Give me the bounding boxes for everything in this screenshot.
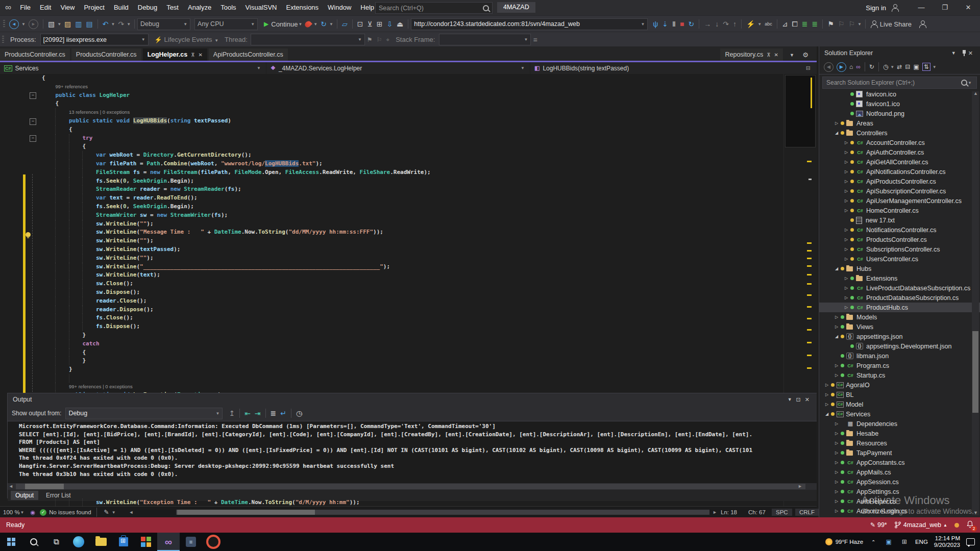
tree-item-Services[interactable]: ◢C#Services [819,409,980,419]
expand-icon[interactable]: ▷ [825,402,830,407]
pin-tab-icon[interactable]: ⊼ [767,52,770,58]
close-button[interactable]: ✕ [957,0,980,15]
branch-compare-icon[interactable]: ψ [653,20,658,28]
tree-item-appsettings.json[interactable]: ◢{}appsettings.json [819,332,980,341]
expand-icon[interactable]: ▷ [835,121,840,126]
tree-item-Models[interactable]: ▷Models [819,312,980,322]
tray-expand-icon[interactable]: ⌃ [871,539,875,545]
expand-icon[interactable]: ▷ [835,441,840,445]
hscroll-left-icon[interactable]: ◄ [129,510,134,515]
breadcrumb-project-dropdown[interactable]: C# Services▼ [0,62,266,74]
tree-item-ProductHub.cs[interactable]: ▷C#ProductHub.cs [819,303,980,312]
health-indicator-icon[interactable]: ◉ [31,509,36,516]
visual-studio-icon[interactable]: ∞ [157,533,180,551]
tree-item-SubscriptionsController.cs[interactable]: ▷C#SubscriptionsController.cs [819,244,980,254]
tree-item-TapPayment[interactable]: ▷TapPayment [819,448,980,458]
platform-dropdown[interactable]: Any CPU▼ [194,18,258,30]
menu-project[interactable]: Project [79,0,109,15]
expand-icon[interactable]: ▷ [835,363,840,368]
close-tab-icon[interactable]: ✕ [774,52,778,58]
menu-analyze[interactable]: Analyze [183,0,216,15]
scroll-right-icon[interactable]: ► [798,483,802,490]
tree-item-AppSettings.cs[interactable]: ▷C#AppSettings.cs [819,487,980,496]
collapse-icon[interactable]: ◢ [835,334,840,339]
word-wrap-icon[interactable]: ↵ [280,409,286,417]
se-compare-icon[interactable]: ⇄ [897,63,902,70]
url-combobox[interactable]: http://condor1243.startdedicated.com:81/… [411,18,648,30]
step-over-icon[interactable]: → [704,20,711,28]
menu-test[interactable]: Test [162,0,183,15]
find-in-files-icon[interactable]: ▱ [342,20,348,28]
open-file-icon[interactable]: ▨ [64,20,71,28]
target-browser-icon[interactable]: ⊞ [377,20,383,28]
tree-item-BL[interactable]: ▷C#BL [819,390,980,399]
bookmark-next-icon[interactable]: ⚐ [848,20,855,28]
toolbar-drag-handle[interactable] [3,20,5,28]
process-dropdown[interactable]: [20992] iisexpress.exe▼ [40,34,149,45]
expand-icon[interactable]: ▷ [825,392,830,397]
expand-icon[interactable]: ▷ [845,198,850,203]
search-input[interactable]: Search (Ctrl+Q) [375,2,493,14]
tree-item-Extensions[interactable]: ▷Extensions [819,273,980,283]
close-panel-icon[interactable]: ✕ [805,396,810,403]
se-home-icon[interactable]: ⌂ [849,63,853,70]
tray-app-icon[interactable]: ▣ [886,538,892,545]
save-all-icon[interactable]: ▤ [86,20,93,28]
tree-item-Areas[interactable]: ▷Areas [819,118,980,128]
expand-icon[interactable]: ▷ [835,324,840,329]
tree-item-AppConstants.cs[interactable]: ▷C#AppConstants.cs [819,458,980,467]
output-title-bar[interactable]: Output ▼ ⊡ ✕ [8,393,817,406]
tree-item-ApiAuthController.cs[interactable]: ▷C#ApiAuthController.cs [819,147,980,157]
tree-item-favicon.ico[interactable]: favicon.ico [819,89,980,99]
expand-icon[interactable]: ▷ [835,373,840,378]
tree-item-UsersController.cs[interactable]: ▷C#UsersController.cs [819,254,980,264]
expand-icon[interactable]: ▷ [835,509,840,513]
indent-less-icon[interactable]: ≣ [802,20,808,28]
stack-frame-dropdown[interactable]: ▼ [439,34,531,45]
tree-item-Hesabe[interactable]: ▷Hesabe [819,429,980,438]
expand-icon[interactable]: ▷ [835,315,840,319]
close-panel-icon[interactable]: ✕ [968,50,973,57]
maximize-panel-icon[interactable]: ⊡ [796,396,801,403]
codelens-references[interactable]: 99+ references | 0 exceptions [69,384,133,389]
menu-tools[interactable]: Tools [216,0,240,15]
thread-dropdown[interactable]: ▼ [251,34,365,45]
output-log[interactable]: Microsoft.EntityFrameworkCore.Database.C… [8,421,817,483]
scroll-left-icon[interactable]: ◄ [9,483,13,490]
tree-item-ProductDatabaseSubscription.cs[interactable]: ▷C#ProductDatabaseSubscription.cs [819,293,980,303]
menu-view[interactable]: View [56,0,79,15]
column-indicator[interactable]: Ch: 67 [748,509,775,515]
panel-menu-icon[interactable]: ▼ [951,51,956,56]
menu-file[interactable]: File [15,0,35,15]
expand-icon[interactable]: ▷ [825,383,830,387]
sync-status-dot[interactable] [954,523,959,528]
expand-icon[interactable]: ▷ [845,237,850,242]
menu-visualsvn[interactable]: VisualSVN [241,0,282,15]
menu-build[interactable]: Build [109,0,133,15]
output-jump-icon[interactable]: ↥ [229,409,235,417]
tree-item-Model[interactable]: ▷C#Model [819,399,980,409]
tab-Repository.cs[interactable]: Repository.cs⊼✕ [720,48,783,61]
nav-back-icon[interactable]: ◄ [9,19,19,29]
pause-icon[interactable]: Ⅱ [672,20,676,28]
tree-item-AppSession.cs[interactable]: ▷C#AppSession.cs [819,477,980,487]
timestamp-icon[interactable]: ◷ [296,409,302,417]
window-layout-icon[interactable]: ⊡ [357,20,363,28]
opera-icon[interactable] [202,533,225,551]
tree-item-Views[interactable]: ▷Views [819,322,980,332]
pending-changes-indicator[interactable]: ✎ 99* [868,521,887,529]
clock[interactable]: 12:14 PM9/20/2023 [934,535,960,548]
tree-item-ApiProductsController.cs[interactable]: ▷C#ApiProductsController.cs [819,177,980,186]
file-explorer-icon[interactable] [90,533,112,551]
collapse-icon[interactable]: ◢ [825,412,830,416]
line-ending-indicator[interactable]: CRLF [795,509,819,516]
photos-icon[interactable] [135,533,157,551]
language-indicator[interactable]: ENG [915,539,928,545]
solution-badge[interactable]: 4MAZAD [497,2,535,13]
tree-item-Dependencies[interactable]: ▷▦Dependencies [819,419,980,429]
solution-tree-scrollbar[interactable]: ▲ ▼ [972,91,979,515]
tree-item-new 17.txt[interactable]: new 17.txt [819,215,980,225]
debugbar-overflow-icon[interactable]: ≡ [533,36,537,44]
clear-all-icon[interactable]: ≣ [271,409,277,417]
scroll-down-icon[interactable]: ▼ [973,510,978,516]
